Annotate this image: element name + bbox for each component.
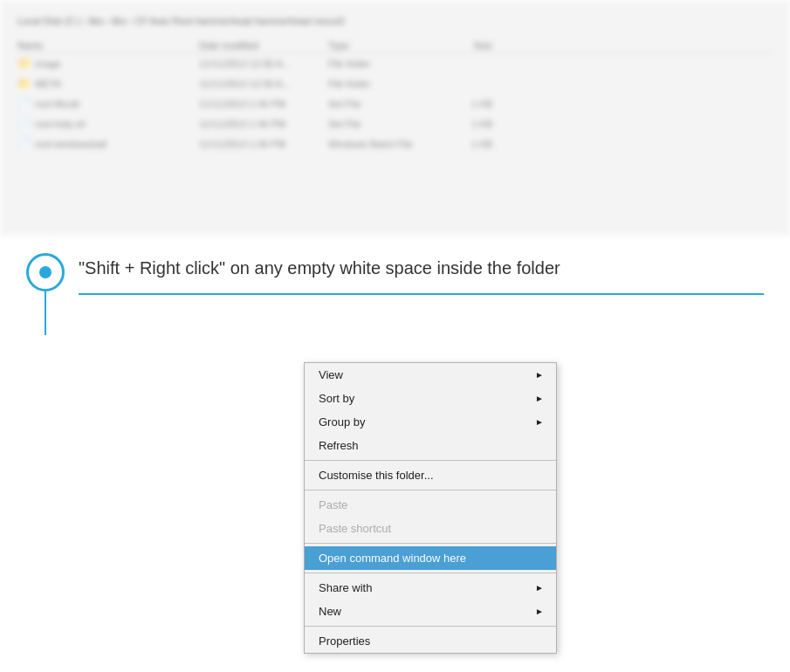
target-circle [26, 253, 65, 291]
menu-arrow-view: ► [535, 370, 544, 380]
col-type: Type [328, 40, 433, 51]
menu-item-paste-shortcut: Paste shortcut [305, 517, 556, 540]
file-name: 📁META [17, 77, 192, 90]
col-size: Size [440, 40, 492, 51]
file-name: 📄root-help.sh [17, 117, 192, 130]
file-name: 📄root-windowsball [17, 137, 192, 150]
annotation-text: "Shift + Right click" on any empty white… [79, 249, 764, 295]
menu-arrow-share-with: ► [535, 583, 544, 593]
file-name: 📁image [17, 57, 192, 70]
menu-item-label-group-by: Group by [319, 415, 535, 429]
menu-item-refresh[interactable]: Refresh [305, 434, 556, 457]
menu-item-label-properties: Properties [319, 634, 544, 648]
menu-item-label-view: View [319, 368, 535, 381]
col-name: Name [17, 40, 192, 51]
file-date: 11/11/2013 1:46 PM [199, 139, 321, 149]
menu-item-properties[interactable]: Properties [305, 629, 556, 653]
file-list: 📁image 11/11/2013 12:56 A... File folder… [17, 53, 773, 154]
file-type: File folder [328, 58, 433, 69]
file-date: 11/11/2013 1:46 PM [199, 99, 321, 109]
file-type: Set File [328, 119, 433, 129]
file-type: Set File [328, 99, 433, 109]
menu-item-label-share-with: Share with [319, 581, 535, 594]
explorer-background: Local Disk (C:) › libs › libs › CF Auto … [0, 0, 790, 236]
menu-arrow-sort-by: ► [535, 394, 544, 403]
menu-separator [305, 626, 556, 627]
file-size: 1 KB [440, 99, 492, 109]
menu-item-label-paste-shortcut: Paste shortcut [319, 522, 544, 535]
annotation-pointer [26, 253, 65, 335]
menu-item-label-customise: Customise this folder... [319, 469, 544, 482]
menu-separator [305, 490, 556, 490]
menu-item-label-sort-by: Sort by [319, 392, 535, 405]
menu-item-share-with[interactable]: Share with ► [305, 576, 556, 600]
menu-item-new[interactable]: New ► [305, 600, 556, 623]
menu-separator [305, 543, 556, 544]
menu-arrow-group-by: ► [535, 417, 544, 427]
menu-item-view[interactable]: View ► [305, 363, 556, 387]
file-date: 11/11/2013 12:56 A... [199, 58, 321, 69]
menu-item-label-new: New [319, 605, 535, 618]
column-headers: Name Date modified Type Size [17, 38, 773, 53]
file-row[interactable]: 📁image 11/11/2013 12:56 A... File folder [17, 53, 773, 73]
menu-arrow-new: ► [535, 607, 544, 616]
menu-item-customise[interactable]: Customise this folder... [305, 463, 556, 487]
annotation-area: "Shift + Right click" on any empty white… [0, 231, 790, 353]
context-menu: View ► Sort by ► Group by ► Refresh Cust… [304, 362, 557, 654]
menu-item-label-refresh: Refresh [319, 439, 544, 452]
file-type: Windows Batch File [328, 139, 433, 149]
circle-inner [39, 266, 52, 278]
menu-separator [305, 573, 556, 573]
menu-item-paste: Paste [305, 493, 556, 517]
file-row[interactable]: 📄root-help.sh 11/11/2013 1:46 PM Set Fil… [17, 113, 773, 134]
breadcrumb: Local Disk (C:) › libs › libs › CF Auto … [17, 16, 773, 26]
col-date: Date modified [199, 40, 321, 51]
file-row[interactable]: 📄root-windowsball 11/11/2013 1:46 PM Win… [17, 134, 773, 154]
file-size: 1 KB [440, 139, 492, 149]
menu-item-group-by[interactable]: Group by ► [305, 410, 556, 434]
file-date: 11/11/2013 1:46 PM [199, 119, 321, 129]
menu-separator [305, 460, 556, 461]
file-date: 11/11/2013 12:56 A... [199, 79, 321, 89]
file-name: 📄root-fileutil [17, 97, 192, 110]
menu-item-open-cmd[interactable]: Open command window here [305, 546, 556, 570]
file-size: 1 KB [440, 119, 492, 129]
menu-item-label-open-cmd: Open command window here [319, 552, 544, 565]
pointer-line [45, 291, 46, 335]
file-row[interactable]: 📄root-fileutil 11/11/2013 1:46 PM Set Fi… [17, 93, 773, 113]
file-type: File folder [328, 79, 433, 89]
file-row[interactable]: 📁META 11/11/2013 12:56 A... File folder [17, 73, 773, 93]
menu-item-sort-by[interactable]: Sort by ► [305, 387, 556, 410]
menu-item-label-paste: Paste [319, 498, 544, 511]
